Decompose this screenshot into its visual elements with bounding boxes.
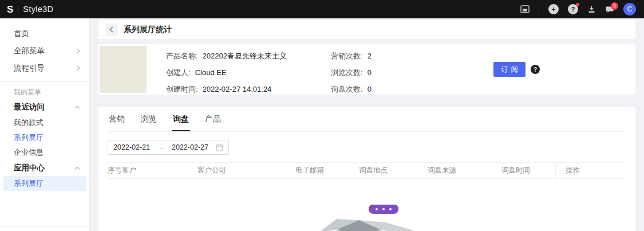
subscribe-help-icon[interactable]: ? (531, 65, 540, 74)
sidebar-item-company-info[interactable]: 企业信息 (0, 145, 89, 160)
chevron-right-icon (75, 49, 80, 53)
product-summary-card: 产品名称: 202202春夏先锋未来主义 创建人: Cloud EE 创建时间:… (98, 44, 635, 95)
date-range-arrow: → (157, 143, 164, 151)
page-title: 系列展厅统计 (124, 25, 172, 35)
chevron-right-icon (75, 66, 80, 71)
window-icon[interactable] (520, 5, 530, 13)
table-header: 序号 客户 客户公司 电子邮箱 询盘地点 询盘来源 询盘时间 操作 (108, 162, 626, 179)
help-icon[interactable]: ? (568, 4, 578, 14)
sidebar-item-label: 企业信息 (14, 147, 44, 158)
notification-dot (576, 3, 579, 6)
download-icon[interactable] (587, 5, 596, 13)
tab-browse[interactable]: 浏览 (140, 107, 158, 131)
sidebar-footer-divider (0, 226, 89, 226)
tab-product[interactable]: 产品 (204, 107, 222, 131)
sidebar-group-label: 应用中心 (14, 163, 45, 173)
stat-label: 浏览次数: (331, 68, 363, 78)
message-badge: 3 (611, 2, 618, 10)
column-header: 客户公司 (197, 163, 295, 178)
sidebar-item-label: 流程引导 (14, 63, 45, 73)
empty-box-icon (318, 217, 416, 231)
logo-text: Style3D (23, 5, 53, 14)
field-label: 创建人: (166, 68, 191, 78)
marketing-count: 2 (368, 51, 372, 61)
main-content: 系列展厅统计 产品名称: 202202春夏先锋未来主义 创建人: Cloud E… (90, 18, 644, 231)
logo-divider (18, 5, 18, 13)
chevron-up-icon (75, 105, 80, 110)
sidebar: 首页 全部菜单 流程引导 我的菜单 最近访问 我的款式 系列展厅 (0, 18, 90, 231)
chevron-up-icon (75, 166, 80, 171)
back-button[interactable] (105, 24, 118, 36)
stats-tabs: 营销 浏览 询盘 产品 (108, 107, 626, 132)
date-end: 2022-02-27 (172, 143, 208, 151)
sidebar-divider (0, 81, 89, 82)
topbar: S Style3D + ? 3 C (0, 0, 644, 18)
topbar-actions: + ? 3 C (520, 3, 636, 15)
product-stats: 营销次数: 2 浏览次数: 0 询盘次数: 0 (331, 46, 440, 93)
sidebar-item-label: 我的款式 (14, 118, 44, 128)
page-header: 系列展厅统计 (98, 20, 635, 39)
column-header: 客户 (122, 163, 197, 178)
filter-row: 2022-02-21 → 2022-02-27 (108, 140, 626, 155)
message-icon[interactable]: 3 (605, 5, 614, 13)
user-avatar[interactable]: C (623, 3, 636, 15)
sidebar-item-label: 系列展厅 (14, 178, 44, 189)
chevron-left-icon (110, 27, 116, 33)
style3d-logo-icon: S (7, 5, 13, 14)
sidebar-item-label: 系列展厅 (14, 132, 44, 143)
brand: S Style3D (7, 5, 53, 14)
column-header: 电子邮箱 (295, 163, 359, 178)
tab-inquiry[interactable]: 询盘 (172, 107, 190, 131)
column-header: 序号 (108, 163, 122, 178)
creator-value: Cloud EE (195, 68, 227, 78)
product-fields: 产品名称: 202202春夏先锋未来主义 创建人: Cloud EE 创建时间:… (166, 46, 331, 93)
plus-glyph: + (548, 4, 559, 14)
sidebar-group-app-center[interactable]: 应用中心 (0, 160, 89, 176)
sidebar-item-series-showroom[interactable]: 系列展厅 (0, 130, 89, 145)
view-count: 0 (368, 68, 372, 78)
product-actions: 订阅 ? (493, 46, 626, 93)
sidebar-item-label: 全部菜单 (14, 46, 45, 56)
date-start: 2022-02-21 (113, 143, 150, 151)
sidebar-item-label: 首页 (14, 29, 29, 39)
stat-label: 询盘次数: (331, 84, 363, 95)
sidebar-section-my-menu: 我的菜单 (0, 85, 89, 99)
app-root: S Style3D + ? 3 C (0, 0, 644, 231)
sidebar-item-process-guide[interactable]: 流程引导 (0, 60, 89, 77)
stat-label: 营销次数: (331, 51, 363, 61)
sidebar-item-home[interactable]: 首页 (0, 25, 89, 42)
field-label: 创建时间: (166, 84, 198, 95)
tab-marketing[interactable]: 营销 (108, 107, 126, 131)
inquiry-count: 0 (368, 84, 372, 95)
created-time-value: 2022-02-27 14:01:24 (203, 84, 272, 95)
product-thumbnail[interactable] (100, 46, 147, 93)
column-header: 询盘地点 (359, 163, 428, 178)
sidebar-item-all-menu[interactable]: 全部菜单 (0, 42, 89, 60)
column-header: 询盘来源 (428, 163, 501, 178)
sidebar-item-series-showroom-active[interactable]: 系列展厅 (3, 176, 86, 191)
sidebar-group-label: 最近访问 (14, 102, 45, 112)
date-range-picker[interactable]: 2022-02-21 → 2022-02-27 (108, 140, 229, 155)
column-header: 操作 (555, 163, 626, 178)
subscribe-button[interactable]: 订阅 (493, 62, 526, 77)
field-label: 产品名称: (166, 51, 198, 61)
sidebar-item-my-styles[interactable]: 我的款式 (0, 115, 89, 130)
statistics-card: 营销 浏览 询盘 产品 2022-02-21 → 2022-02-27 序号 客… (98, 107, 635, 231)
calendar-icon (216, 144, 223, 151)
empty-state (318, 205, 416, 231)
topbar-divider (539, 5, 539, 13)
loading-dots-icon (369, 205, 398, 214)
plus-circle-icon[interactable]: + (548, 4, 559, 14)
column-header: 询盘时间 (501, 163, 555, 178)
product-name-value: 202202春夏先锋未来主义 (203, 51, 287, 61)
sidebar-group-recent[interactable]: 最近访问 (0, 99, 89, 115)
